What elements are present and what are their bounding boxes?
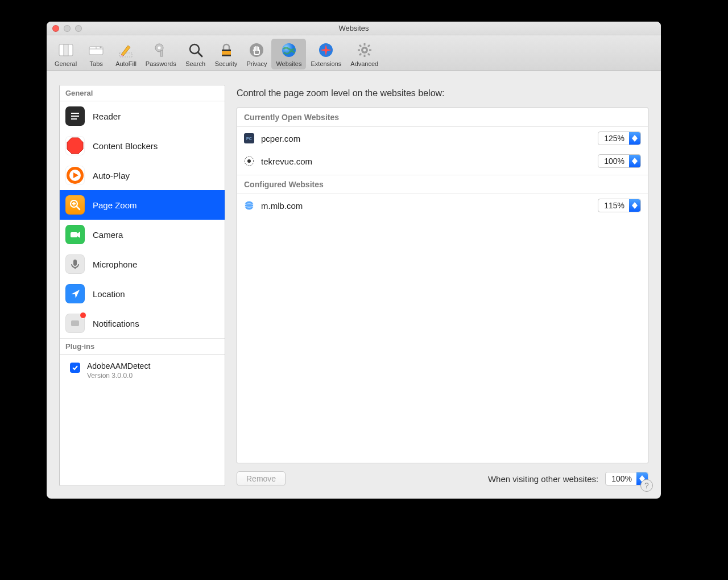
plugin-version: Version 3.0.0.0 bbox=[87, 372, 150, 380]
svg-point-27 bbox=[363, 49, 366, 52]
tab-advanced[interactable]: Advanced bbox=[346, 39, 383, 69]
reader-icon bbox=[65, 106, 85, 126]
tab-search[interactable]: Search bbox=[181, 39, 210, 69]
svg-line-23 bbox=[359, 45, 361, 47]
gear-icon bbox=[355, 41, 374, 59]
tab-label: Security bbox=[215, 60, 238, 67]
svg-marker-56 bbox=[632, 205, 638, 209]
tab-general[interactable]: General bbox=[50, 39, 81, 69]
panel-title: Control the page zoom level on the websi… bbox=[237, 88, 648, 98]
titlebar: Websites bbox=[47, 22, 661, 35]
svg-point-50 bbox=[247, 159, 251, 163]
tab-label: Tabs bbox=[90, 60, 103, 67]
remove-button[interactable]: Remove bbox=[237, 471, 286, 486]
tab-autofill[interactable]: AutoFill bbox=[111, 39, 141, 69]
svg-text:+: + bbox=[100, 46, 102, 50]
tab-label: Extensions bbox=[311, 60, 341, 67]
play-icon bbox=[65, 166, 85, 185]
location-icon bbox=[65, 284, 85, 303]
svg-rect-44 bbox=[71, 320, 79, 326]
tab-label: Search bbox=[185, 60, 205, 67]
notifications-icon bbox=[65, 314, 85, 333]
sidebar-item-content-blockers[interactable]: Content Blockers bbox=[60, 131, 225, 161]
tab-label: Advanced bbox=[350, 60, 378, 67]
key-icon bbox=[152, 41, 170, 59]
tab-passwords[interactable]: Passwords bbox=[141, 39, 181, 69]
section-configured-websites: Configured Websites bbox=[237, 175, 648, 194]
camera-icon bbox=[65, 225, 85, 244]
slider-icon bbox=[57, 41, 75, 59]
svg-rect-13 bbox=[222, 50, 231, 51]
tabs-icon: + bbox=[87, 41, 105, 59]
help-button[interactable]: ? bbox=[640, 479, 653, 492]
zoom-select[interactable]: 100% bbox=[598, 154, 641, 168]
microphone-icon bbox=[65, 254, 85, 274]
svg-marker-52 bbox=[632, 161, 638, 164]
badge-dot-icon bbox=[80, 312, 86, 319]
zoom-select[interactable]: 115% bbox=[598, 199, 641, 212]
sidebar-item-label: Camera bbox=[93, 230, 123, 240]
sidebar-item-notifications[interactable]: Notifications bbox=[60, 308, 225, 338]
tab-security[interactable]: Security bbox=[210, 39, 242, 69]
svg-rect-1 bbox=[64, 44, 68, 56]
svg-marker-48 bbox=[632, 138, 638, 142]
site-row[interactable]: m.mlb.com 115% bbox=[237, 194, 648, 217]
svg-line-26 bbox=[359, 54, 361, 55]
tab-extensions[interactable]: Extensions bbox=[306, 39, 346, 69]
site-row[interactable]: PC pcper.com 125% bbox=[237, 127, 648, 150]
pencil-icon bbox=[117, 41, 135, 59]
zoom-value: 100% bbox=[611, 474, 632, 483]
tab-label: AutoFill bbox=[115, 60, 136, 67]
svg-line-38 bbox=[77, 207, 80, 209]
plugin-row[interactable]: AdobeAAMDetect Version 3.0.0.0 bbox=[60, 355, 225, 386]
footer-label: When visiting other websites: bbox=[488, 474, 598, 484]
plugin-checkbox[interactable] bbox=[70, 363, 80, 373]
svg-point-8 bbox=[158, 47, 160, 50]
sidebar-item-label: Reader bbox=[93, 112, 121, 121]
tab-label: Websites bbox=[276, 60, 301, 67]
stepper-icon bbox=[629, 199, 640, 212]
svg-rect-39 bbox=[71, 232, 77, 237]
sidebar-item-label: Page Zoom bbox=[93, 200, 137, 210]
tab-privacy[interactable]: Privacy bbox=[242, 39, 271, 69]
tab-label: Privacy bbox=[246, 60, 267, 67]
favicon-icon bbox=[244, 200, 254, 211]
svg-line-11 bbox=[198, 52, 202, 56]
svg-rect-41 bbox=[73, 260, 77, 266]
sidebar-item-reader[interactable]: Reader bbox=[60, 101, 225, 131]
stop-sign-icon bbox=[65, 136, 85, 155]
zoom-select[interactable]: 125% bbox=[598, 131, 641, 145]
site-row[interactable]: tekrevue.com 100% bbox=[237, 150, 648, 172]
sidebar-item-location[interactable]: Location bbox=[60, 279, 225, 308]
sidebar-item-camera[interactable]: Camera bbox=[60, 220, 225, 249]
globe-icon bbox=[280, 41, 298, 59]
stepper-icon bbox=[629, 155, 640, 167]
sidebar-item-label: Notifications bbox=[93, 319, 139, 328]
magnifier-icon bbox=[187, 41, 205, 59]
svg-text:PC: PC bbox=[246, 137, 252, 141]
site-domain: tekrevue.com bbox=[261, 157, 591, 166]
favicon-icon bbox=[244, 156, 254, 166]
favicon-icon: PC bbox=[244, 133, 254, 143]
lock-icon bbox=[217, 41, 235, 59]
zoom-icon bbox=[65, 195, 85, 215]
sidebar-item-label: Location bbox=[93, 289, 125, 299]
puzzle-icon bbox=[317, 41, 335, 59]
tab-label: Passwords bbox=[146, 60, 176, 67]
sidebar-item-microphone[interactable]: Microphone bbox=[60, 249, 225, 279]
zoom-value: 115% bbox=[604, 201, 624, 210]
sidebar-item-auto-play[interactable]: Auto-Play bbox=[60, 161, 225, 190]
websites-listbox: Currently Open Websites PC pcper.com 125… bbox=[237, 108, 648, 463]
svg-marker-31 bbox=[67, 138, 83, 154]
svg-line-25 bbox=[368, 45, 370, 47]
sidebar-item-label: Microphone bbox=[93, 260, 137, 269]
content-area: General Reader Content Blockers Auto-Pla… bbox=[47, 71, 661, 499]
site-domain: pcper.com bbox=[261, 134, 591, 143]
detail-panel: Control the page zoom level on the websi… bbox=[237, 85, 648, 486]
tab-tabs[interactable]: + Tabs bbox=[81, 39, 111, 69]
tab-label: General bbox=[55, 60, 77, 67]
tab-websites[interactable]: Websites bbox=[271, 39, 306, 69]
svg-rect-9 bbox=[160, 51, 163, 56]
sidebar-item-page-zoom[interactable]: Page Zoom bbox=[60, 190, 225, 220]
sidebar-section-plugins: Plug-ins bbox=[60, 338, 225, 355]
